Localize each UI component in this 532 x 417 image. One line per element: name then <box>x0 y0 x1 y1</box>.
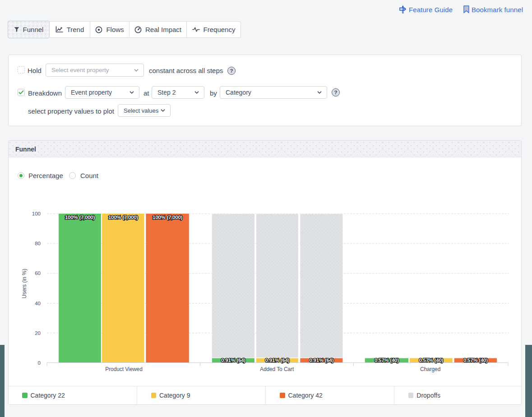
svg-text:0.91% (64): 0.91% (64) <box>310 357 334 363</box>
svg-text:Charged: Charged <box>420 366 440 372</box>
svg-text:Users (in %): Users (in %) <box>21 269 28 298</box>
svg-text:0.57% (40): 0.57% (40) <box>419 357 443 363</box>
svg-text:0: 0 <box>38 360 41 366</box>
svg-text:80: 80 <box>35 241 41 246</box>
svg-text:0.57% (40): 0.57% (40) <box>463 357 488 363</box>
svg-text:0.91% (64): 0.91% (64) <box>265 357 290 363</box>
svg-text:0.91% (64): 0.91% (64) <box>221 357 245 363</box>
svg-text:20: 20 <box>35 330 41 336</box>
svg-text:100: 100 <box>32 211 41 216</box>
svg-text:100% (7,000): 100% (7,000) <box>65 215 95 220</box>
svg-text:60: 60 <box>35 270 41 276</box>
svg-text:Added To Cart: Added To Cart <box>260 366 294 372</box>
svg-text:100% (7,000): 100% (7,000) <box>153 215 182 220</box>
svg-text:40: 40 <box>35 301 41 306</box>
svg-text:Product Viewed: Product Viewed <box>105 366 142 372</box>
svg-text:0.57% (40): 0.57% (40) <box>375 357 399 363</box>
svg-text:100% (7,000): 100% (7,000) <box>108 215 138 220</box>
